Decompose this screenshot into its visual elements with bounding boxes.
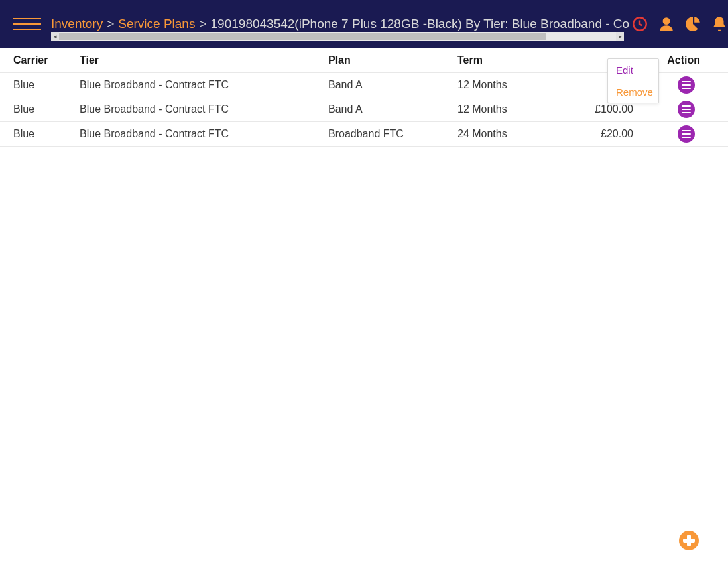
cell-carrier: Blue (13, 128, 80, 140)
add-button[interactable] (679, 531, 699, 550)
cell-tier: Blue Broadband - Contract FTC (80, 79, 328, 91)
row-action-button[interactable] (678, 101, 695, 118)
cell-term: 24 Months (457, 128, 574, 140)
bell-icon[interactable] (709, 13, 728, 34)
scroll-left-arrow-icon[interactable]: ◂ (51, 32, 59, 41)
pie-chart-icon[interactable] (682, 13, 703, 34)
cell-plan: Band A (328, 79, 457, 91)
cell-tier: Blue Broadband - Contract FTC (80, 128, 328, 140)
cell-term: 12 Months (457, 103, 574, 115)
row-action-button[interactable] (678, 125, 695, 143)
cell-plan: Band A (328, 103, 457, 115)
cell-price: £100.00 (574, 103, 633, 115)
breadcrumb-current: 190198043542(iPhone 7 Plus 128GB -Black)… (211, 17, 630, 31)
cell-price: £20.00 (574, 128, 633, 140)
dropdown-edit[interactable]: Edit (608, 59, 658, 81)
table-row: Blue Blue Broadband - Contract FTC Broad… (0, 122, 728, 147)
breadcrumb-scrollbar[interactable]: ◂ ▸ (51, 32, 624, 41)
col-header-tier: Tier (80, 54, 328, 66)
cell-term: 12 Months (457, 79, 574, 91)
user-icon[interactable] (656, 13, 677, 34)
cell-carrier: Blue (13, 79, 80, 91)
row-action-button[interactable] (678, 76, 695, 94)
header-actions (629, 13, 728, 34)
col-header-carrier: Carrier (13, 54, 80, 66)
breadcrumb-service-plans[interactable]: Service Plans (118, 17, 195, 31)
menu-toggle-button[interactable] (13, 11, 41, 37)
breadcrumb-separator: > (107, 17, 114, 31)
scroll-thumb[interactable] (59, 33, 546, 40)
scroll-right-arrow-icon[interactable]: ▸ (616, 32, 624, 41)
col-header-plan: Plan (328, 54, 457, 66)
breadcrumb: Inventory > Service Plans > 190198043542… (51, 17, 629, 31)
svg-point-1 (663, 17, 670, 25)
app-header: Inventory > Service Plans > 190198043542… (0, 0, 728, 48)
breadcrumb-wrapper: Inventory > Service Plans > 190198043542… (51, 0, 629, 48)
col-header-term: Term (457, 54, 574, 66)
cell-carrier: Blue (13, 103, 80, 115)
clock-icon[interactable] (629, 13, 650, 34)
breadcrumb-separator: > (199, 17, 206, 31)
cell-tier: Blue Broadband - Contract FTC (80, 103, 328, 115)
row-action-dropdown: Edit Remove (607, 58, 659, 103)
cell-plan: Broadband FTC (328, 128, 457, 140)
dropdown-remove[interactable]: Remove (608, 81, 658, 103)
breadcrumb-inventory[interactable]: Inventory (51, 17, 103, 31)
